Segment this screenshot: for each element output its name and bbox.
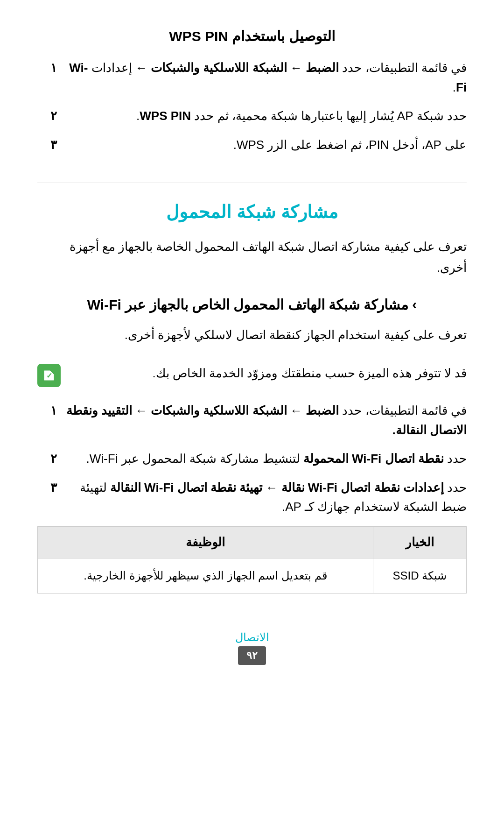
footer-label: الاتصال xyxy=(37,631,467,644)
wps-step-2: حدد شبكة AP يُشار إليها باعتبارها شبكة م… xyxy=(37,106,467,126)
wps-step-3-number: ٣ xyxy=(44,135,63,155)
arrow-right-icon: › xyxy=(412,297,417,312)
wifi-hotspot-subsection: › مشاركة شبكة الهاتف المحمول الخاص بالجه… xyxy=(37,297,467,594)
hotspot-step-1-text: في قائمة التطبيقات، حدد الضبط ← الشبكة ا… xyxy=(63,401,467,440)
wps-step-1-number: ١ xyxy=(44,58,63,78)
hotspot-step-1-number: ١ xyxy=(44,401,63,421)
wps-step-3-text: على AP، أدخل PIN، ثم اضغط على الزر WPS. xyxy=(63,135,467,155)
note-icon: ✓ xyxy=(37,364,61,387)
page-footer: الاتصال ٩٢ xyxy=(37,631,467,665)
wifi-hotspot-steps: في قائمة التطبيقات، حدد الضبط ← الشبكة ا… xyxy=(37,401,467,517)
section-divider xyxy=(37,183,467,183)
table-cell-ssid-option: شبكة SSID xyxy=(373,558,466,593)
page-content: التوصيل باستخدام WPS PIN في قائمة التطبي… xyxy=(37,28,467,665)
mobile-network-sharing-title: مشاركة شبكة المحمول xyxy=(37,202,467,222)
table-cell-ssid-function: قم بتعديل اسم الجهاز الذي سيظهر للأجهزة … xyxy=(38,558,373,593)
settings-table: الخيار الوظيفة شبكة SSID قم بتعديل اسم ا… xyxy=(37,526,467,594)
hotspot-step-2-number: ٢ xyxy=(44,449,63,469)
svg-text:✓: ✓ xyxy=(46,372,52,380)
wps-step-2-text: حدد شبكة AP يُشار إليها باعتبارها شبكة م… xyxy=(63,106,467,126)
wifi-hotspot-desc: تعرف على كيفية استخدام الجهاز كنقطة اتصا… xyxy=(37,325,467,345)
note-text: قد لا تتوفر هذه الميزة حسب منطقتك ومزوّد… xyxy=(68,364,467,383)
note-box: قد لا تتوفر هذه الميزة حسب منطقتك ومزوّد… xyxy=(37,364,467,387)
hotspot-step-2-text: حدد نقطة اتصال Wi-Fi المحمولة لتنشيط مشا… xyxy=(63,449,467,469)
wps-step-2-number: ٢ xyxy=(44,106,63,126)
footer-page-number: ٩٢ xyxy=(238,646,266,665)
wps-pin-steps: في قائمة التطبيقات، حدد الضبط ← الشبكة ا… xyxy=(37,58,467,155)
hotspot-step-3-number: ٣ xyxy=(44,478,63,498)
wps-step-1: في قائمة التطبيقات، حدد الضبط ← الشبكة ا… xyxy=(37,58,467,97)
hotspot-step-1: في قائمة التطبيقات، حدد الضبط ← الشبكة ا… xyxy=(37,401,467,440)
table-header-function: الوظيفة xyxy=(38,526,373,558)
wifi-hotspot-title: › مشاركة شبكة الهاتف المحمول الخاص بالجه… xyxy=(37,297,467,313)
wps-step-1-text: في قائمة التطبيقات، حدد الضبط ← الشبكة ا… xyxy=(63,58,467,97)
wps-step-3: على AP، أدخل PIN، ثم اضغط على الزر WPS. … xyxy=(37,135,467,155)
table-row-ssid: شبكة SSID قم بتعديل اسم الجهاز الذي سيظه… xyxy=(38,558,467,593)
mobile-network-sharing-desc: تعرف على كيفية مشاركة اتصال شبكة الهاتف … xyxy=(37,236,467,277)
hotspot-step-3-text: حدد إعدادات نقطة اتصال Wi-Fi نقالة ← تهي… xyxy=(63,478,467,517)
hotspot-step-3: حدد إعدادات نقطة اتصال Wi-Fi نقالة ← تهي… xyxy=(37,478,467,517)
table-header-option: الخيار xyxy=(373,526,466,558)
mobile-network-sharing-section: مشاركة شبكة المحمول تعرف على كيفية مشارك… xyxy=(37,202,467,594)
wps-pin-title: التوصيل باستخدام WPS PIN xyxy=(37,28,467,44)
hotspot-step-2: حدد نقطة اتصال Wi-Fi المحمولة لتنشيط مشا… xyxy=(37,449,467,469)
wps-pin-section: التوصيل باستخدام WPS PIN في قائمة التطبي… xyxy=(37,28,467,155)
